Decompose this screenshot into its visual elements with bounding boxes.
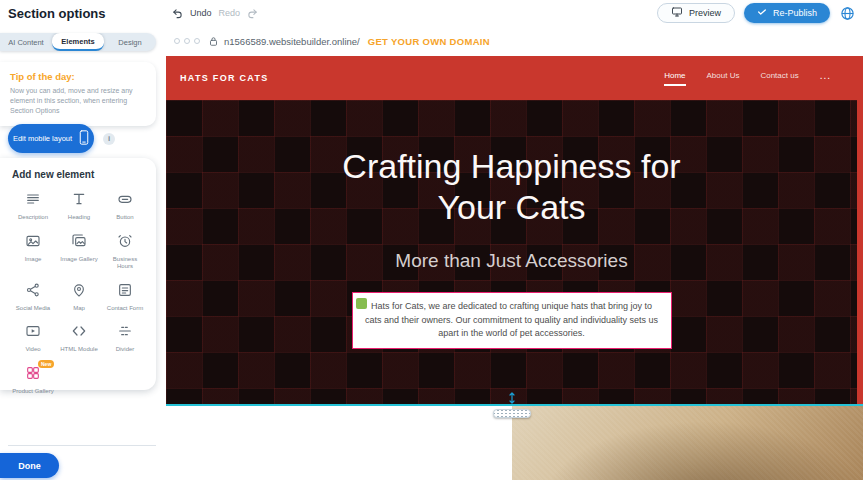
add-element-panel: Add new element Description Heading Butt… bbox=[0, 158, 156, 390]
resize-arrows-icon bbox=[492, 390, 532, 408]
redo-button[interactable]: Redo bbox=[219, 8, 241, 18]
info-icon[interactable]: i bbox=[103, 133, 115, 145]
element-button[interactable]: Button bbox=[104, 191, 146, 222]
sidebar: AI Content Elements Design Tip of the da… bbox=[0, 26, 166, 480]
element-social-media[interactable]: Social Media bbox=[12, 282, 54, 313]
monitor-icon bbox=[671, 6, 683, 20]
hero-paragraph-selected[interactable]: Hats for Cats, we are dedicated to craft… bbox=[352, 292, 672, 350]
element-heading[interactable]: Heading bbox=[58, 191, 100, 222]
tip-of-the-day-card: Tip of the day: Now you can add, move an… bbox=[0, 62, 156, 126]
topbar-actions: Preview Re-Publish bbox=[657, 3, 863, 23]
site-scroll-strip bbox=[857, 56, 863, 406]
redo-icon[interactable] bbox=[247, 8, 258, 19]
html-module-icon bbox=[71, 323, 87, 343]
contact-form-icon bbox=[117, 282, 133, 302]
element-description[interactable]: Description bbox=[12, 191, 54, 222]
site-url: n1566589.websitebuilder.online/ bbox=[224, 36, 360, 47]
tab-design[interactable]: Design bbox=[104, 33, 156, 51]
tab-elements[interactable]: Elements bbox=[52, 33, 104, 51]
globe-icon[interactable] bbox=[839, 5, 855, 21]
element-video[interactable]: Video bbox=[12, 323, 54, 354]
sidebar-tabs: AI Content Elements Design bbox=[0, 33, 156, 51]
edit-mobile-layout-label: Edit mobile layout bbox=[13, 134, 72, 143]
element-map[interactable]: Map bbox=[58, 282, 100, 313]
site-logo[interactable]: HATS FOR CATS bbox=[180, 73, 269, 83]
tip-title: Tip of the day: bbox=[10, 71, 144, 82]
element-business-hours[interactable]: Business Hours bbox=[104, 233, 146, 271]
preview-button[interactable]: Preview bbox=[657, 3, 735, 23]
window-dot-icon bbox=[184, 38, 190, 44]
nav-home[interactable]: Home bbox=[664, 71, 685, 86]
mobile-layout-row: Edit mobile layout i bbox=[8, 124, 115, 153]
edit-mobile-layout-button[interactable]: Edit mobile layout bbox=[8, 124, 94, 153]
element-grid: Description Heading Button Image Image G… bbox=[12, 191, 146, 395]
map-icon bbox=[71, 282, 87, 302]
element-image-gallery[interactable]: Image Gallery bbox=[58, 233, 100, 271]
republish-button[interactable]: Re-Publish bbox=[744, 3, 830, 23]
site-preview: HATS FOR CATS Home About Us Contact us .… bbox=[166, 56, 863, 480]
element-contact-form[interactable]: Contact Form bbox=[104, 282, 146, 313]
image-icon bbox=[25, 233, 41, 253]
social-media-icon bbox=[25, 282, 41, 302]
window-dot-icon bbox=[174, 38, 180, 44]
top-bar: Section options Undo Redo Preview bbox=[0, 0, 863, 26]
site-nav: Home About Us Contact us ... bbox=[664, 70, 831, 86]
undo-icon[interactable] bbox=[172, 8, 183, 19]
business-hours-icon bbox=[117, 233, 133, 253]
resize-grip[interactable] bbox=[493, 409, 531, 418]
get-domain-link[interactable]: GET YOUR OWN DOMAIN bbox=[368, 36, 490, 47]
hero-subtitle[interactable]: More than Just Accessories bbox=[166, 250, 857, 272]
undo-redo-group: Undo Redo bbox=[172, 0, 258, 26]
element-product-gallery[interactable]: New Product Gallery bbox=[12, 365, 54, 396]
sidebar-divider bbox=[8, 445, 156, 446]
image-gallery-icon bbox=[71, 233, 87, 253]
add-element-title: Add new element bbox=[12, 169, 146, 180]
done-button[interactable]: Done bbox=[0, 453, 59, 478]
phone-icon bbox=[79, 130, 89, 147]
element-divider[interactable]: Divider bbox=[104, 323, 146, 354]
window-dot-icon bbox=[194, 38, 200, 44]
undo-button[interactable]: Undo bbox=[190, 8, 212, 18]
divider-icon bbox=[117, 323, 133, 343]
heading-icon bbox=[71, 191, 87, 211]
nav-more-button[interactable]: ... bbox=[820, 70, 831, 86]
section-resize-handle[interactable] bbox=[492, 390, 532, 418]
product-gallery-icon bbox=[25, 365, 41, 385]
tab-ai-content[interactable]: AI Content bbox=[0, 33, 52, 51]
hero-title[interactable]: Crafting Happiness for Your Cats bbox=[317, 146, 707, 228]
element-drag-handle[interactable] bbox=[356, 298, 367, 309]
button-icon bbox=[117, 191, 133, 211]
next-section-background-image bbox=[512, 406, 863, 480]
nav-about[interactable]: About Us bbox=[707, 71, 740, 86]
site-header: HATS FOR CATS Home About Us Contact us .… bbox=[166, 56, 863, 100]
lock-icon bbox=[209, 36, 218, 47]
new-badge: New bbox=[38, 360, 54, 368]
hero-paragraph-text: Hats for Cats, we are dedicated to craft… bbox=[365, 301, 658, 339]
check-icon bbox=[757, 7, 767, 19]
hero-section: Crafting Happiness for Your Cats More th… bbox=[166, 100, 857, 404]
element-image[interactable]: Image bbox=[12, 233, 54, 271]
website-builder-app: Section options Undo Redo Preview bbox=[0, 0, 863, 480]
page-title: Section options bbox=[8, 6, 106, 21]
video-icon bbox=[25, 323, 41, 343]
browser-bar: n1566589.websitebuilder.online/ GET YOUR… bbox=[166, 26, 863, 56]
tip-body: Now you can add, move and resize any ele… bbox=[10, 86, 144, 116]
preview-button-label: Preview bbox=[689, 8, 721, 18]
nav-contact[interactable]: Contact us bbox=[760, 71, 798, 86]
republish-button-label: Re-Publish bbox=[773, 8, 817, 18]
window-dots bbox=[174, 38, 200, 44]
element-html-module[interactable]: HTML Module bbox=[58, 323, 100, 354]
description-icon bbox=[25, 191, 41, 211]
